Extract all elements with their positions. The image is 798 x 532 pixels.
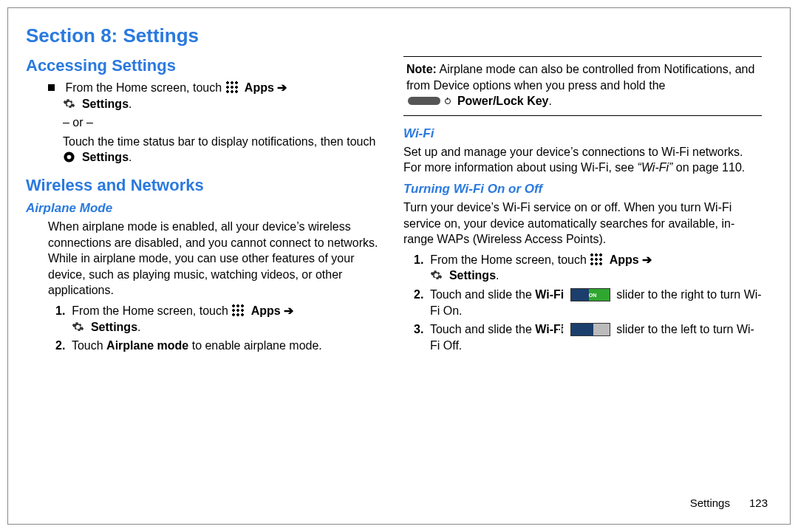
arrow-icon: ➔ xyxy=(277,81,287,94)
wifi-desc: Set up and manage your device’s connecti… xyxy=(403,144,762,176)
gear-icon xyxy=(63,151,75,163)
turning-wifi-desc: Turn your device’s Wi-Fi service on or o… xyxy=(403,200,762,248)
power-key-icon xyxy=(408,97,440,105)
gear-icon xyxy=(72,321,84,333)
accessing-step: From the Home screen, touch Apps ➔ Setti… xyxy=(26,80,384,112)
gear-icon xyxy=(63,98,75,110)
airplane-mode-desc: When airplane mode is enabled, all your … xyxy=(26,219,384,299)
note-rule-top xyxy=(403,56,762,57)
subheading-airplane-mode: Airplane Mode xyxy=(26,201,384,216)
apps-icon xyxy=(590,253,603,266)
wifi-slider-off-icon xyxy=(570,323,610,336)
left-column: Accessing Settings From the Home screen,… xyxy=(26,56,384,357)
airplane-step-2: 2. Touch Airplane mode to enable airplan… xyxy=(26,338,384,354)
subheading-wifi: Wi-Fi xyxy=(403,126,762,141)
section-title: Section 8: Settings xyxy=(26,24,772,47)
note-rule-bottom xyxy=(403,115,762,116)
note-text: Note: Airplane mode can also be controll… xyxy=(403,61,762,109)
arrow-icon: ➔ xyxy=(284,304,293,317)
wifi-step-1: 1. From the Home screen, touch Apps ➔ Se… xyxy=(403,252,762,284)
subheading-turning-wifi: Turning Wi-Fi On or Off xyxy=(403,182,762,197)
accessing-or: – or – xyxy=(26,115,384,131)
wifi-step-2: 2. Touch and slide the Wi-Fi slider to t… xyxy=(403,287,762,318)
svg-point-1 xyxy=(67,155,72,160)
heading-wireless-networks: Wireless and Networks xyxy=(26,176,384,195)
right-column: Note: Airplane mode can also be controll… xyxy=(403,56,762,357)
arrow-icon: ➔ xyxy=(642,253,652,266)
apps-icon xyxy=(231,304,245,317)
page-footer: Settings123 xyxy=(690,497,768,509)
gear-icon xyxy=(430,269,443,282)
accessing-alt: Touch the time status bar to display not… xyxy=(26,134,384,166)
wifi-step-3: 3. Touch and slide the Wi-Fi slider to t… xyxy=(403,321,762,353)
apps-icon xyxy=(225,81,239,94)
airplane-step-1: 1. From the Home screen, touch Apps ➔ Se… xyxy=(26,303,384,335)
wifi-slider-on-icon xyxy=(570,288,610,301)
heading-accessing-settings: Accessing Settings xyxy=(26,56,384,75)
power-indicator-icon xyxy=(445,98,451,104)
square-bullet-icon xyxy=(48,84,55,91)
